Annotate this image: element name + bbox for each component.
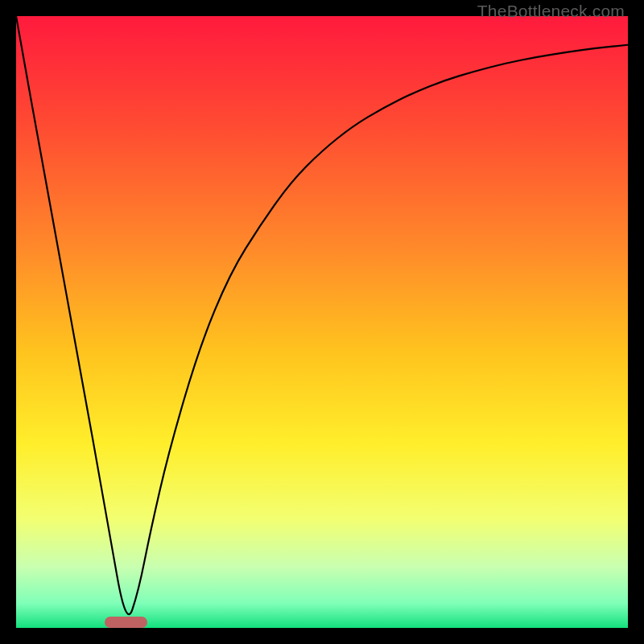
- bottleneck-curve: [16, 16, 628, 614]
- curve-layer: [16, 16, 628, 628]
- plot-area: [16, 16, 628, 628]
- watermark-text: TheBottleneck.com: [477, 2, 625, 21]
- notch-marker: [105, 617, 147, 628]
